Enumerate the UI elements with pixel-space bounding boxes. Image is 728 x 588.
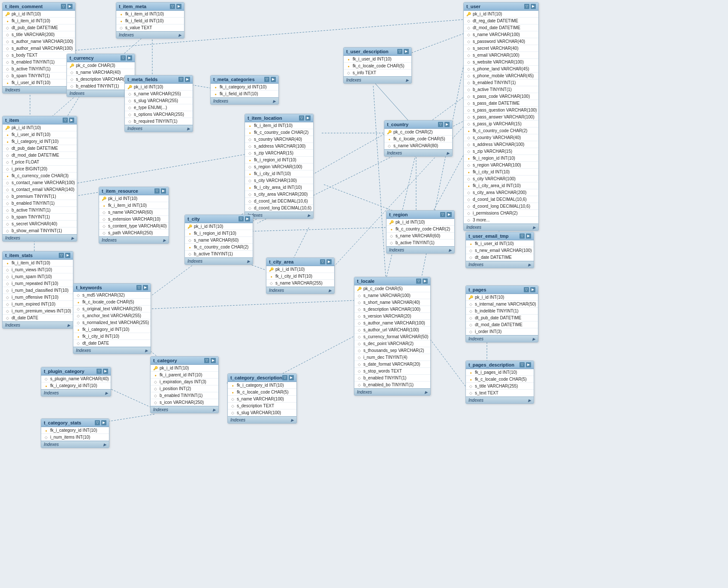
indexes-arrow-icon[interactable]: ▶ bbox=[425, 390, 428, 394]
table-t_category_stats[interactable]: t_category_stats▽▶⬥fk_i_category_id INT(… bbox=[41, 418, 109, 448]
expand-icon[interactable]: ▶ bbox=[143, 285, 148, 290]
indexes-row-t_item_stats[interactable]: Indexes▶ bbox=[3, 321, 73, 328]
filter-icon[interactable]: ▽ bbox=[63, 118, 68, 123]
indexes-row-t_city_area[interactable]: Indexes▶ bbox=[266, 287, 334, 294]
filter-icon[interactable]: ▽ bbox=[397, 49, 402, 54]
indexes-row-t_user_description[interactable]: Indexes▶ bbox=[344, 76, 411, 83]
table-t_plugin_category[interactable]: t_plugin_category▽▶◇s_plugin_name VARCHA… bbox=[41, 367, 111, 397]
table-header-t_keywords[interactable]: t_keywords▽▶ bbox=[73, 284, 151, 292]
indexes-arrow-icon[interactable]: ▶ bbox=[213, 408, 216, 412]
table-t_country[interactable]: t_country▽▶🔑pk_c_code CHAR(2)⬥fk_c_local… bbox=[384, 120, 453, 157]
table-header-t_category_description[interactable]: t_category_description▽▶ bbox=[228, 374, 296, 382]
filter-icon[interactable]: ▽ bbox=[239, 216, 244, 221]
table-t_city[interactable]: t_city▽▶🔑pk_i_id INT(10)⬥fk_i_region_id … bbox=[184, 215, 253, 265]
table-header-t_category[interactable]: t_category▽▶ bbox=[151, 357, 218, 365]
filter-icon[interactable]: ▽ bbox=[320, 259, 325, 264]
table-header-t_plugin_category[interactable]: t_plugin_category▽▶ bbox=[41, 367, 111, 376]
indexes-row-t_city[interactable]: Indexes▶ bbox=[185, 258, 253, 264]
indexes-arrow-icon[interactable]: ▶ bbox=[67, 323, 70, 327]
table-header-t_item[interactable]: t_item▽▶ bbox=[3, 116, 77, 124]
indexes-arrow-icon[interactable]: ▶ bbox=[528, 398, 531, 403]
expand-icon[interactable]: ▶ bbox=[531, 4, 536, 9]
filter-icon[interactable]: ▽ bbox=[178, 77, 184, 82]
table-header-t_item_stats[interactable]: t_item_stats▽▶ bbox=[3, 252, 73, 260]
table-t_keywords[interactable]: t_keywords▽▶◇s_md5 VARCHAR(32)⬥fk_c_loca… bbox=[73, 283, 151, 354]
indexes-arrow-icon[interactable]: ▶ bbox=[105, 391, 108, 395]
table-header-t_meta_fields[interactable]: t_meta_fields▽▶ bbox=[125, 76, 193, 84]
indexes-arrow-icon[interactable]: ▶ bbox=[103, 443, 106, 447]
indexes-row-t_item_location[interactable]: Indexes▶ bbox=[245, 212, 313, 218]
expand-icon[interactable]: ▶ bbox=[65, 253, 70, 258]
indexes-arrow-icon[interactable]: ▶ bbox=[247, 259, 250, 264]
table-header-t_category_stats[interactable]: t_category_stats▽▶ bbox=[41, 419, 109, 427]
indexes-arrow-icon[interactable]: ▶ bbox=[187, 127, 190, 131]
table-t_user_email_tmp[interactable]: t_user_email_tmp▽▶⬥fk_i_user_id INT(10)◇… bbox=[465, 232, 534, 268]
expand-icon[interactable]: ▶ bbox=[67, 4, 72, 9]
filter-icon[interactable]: ▽ bbox=[299, 115, 304, 121]
indexes-arrow-icon[interactable]: ▶ bbox=[291, 418, 294, 422]
expand-icon[interactable]: ▶ bbox=[185, 77, 190, 82]
indexes-arrow-icon[interactable]: ▶ bbox=[532, 337, 535, 341]
expand-icon[interactable]: ▶ bbox=[161, 188, 166, 194]
indexes-arrow-icon[interactable]: ▶ bbox=[163, 238, 166, 242]
table-t_item_meta[interactable]: t_item_meta▽▶⬥fk_i_item_id INT(10)⬥fk_i_… bbox=[116, 2, 184, 39]
indexes-row-t_country[interactable]: Indexes▶ bbox=[384, 149, 452, 156]
filter-icon[interactable]: ▽ bbox=[59, 253, 64, 258]
indexes-row-t_meta_fields[interactable]: Indexes▶ bbox=[125, 125, 193, 132]
table-header-t_locale[interactable]: t_locale▽▶ bbox=[354, 277, 430, 285]
indexes-arrow-icon[interactable]: ▶ bbox=[145, 349, 148, 353]
indexes-arrow-icon[interactable]: ▶ bbox=[447, 151, 450, 155]
expand-icon[interactable]: ▶ bbox=[127, 55, 132, 61]
table-t_item_stats[interactable]: t_item_stats▽▶⬥fk_i_item_id INT(10)◇i_nu… bbox=[2, 251, 73, 329]
table-t_item[interactable]: t_item▽▶🔑pk_i_id INT(10)⬥fk_i_user_id IN… bbox=[2, 116, 77, 242]
indexes-row-t_category_description[interactable]: Indexes▶ bbox=[228, 416, 296, 423]
indexes-row-t_meta_categories[interactable]: Indexes▶ bbox=[211, 97, 278, 104]
expand-icon[interactable]: ▶ bbox=[423, 279, 428, 284]
table-header-t_user[interactable]: t_user▽▶ bbox=[464, 3, 538, 11]
expand-icon[interactable]: ▶ bbox=[289, 375, 294, 380]
expand-icon[interactable]: ▶ bbox=[526, 362, 531, 367]
table-t_pages[interactable]: t_pages▽▶🔑pk_i_id INT(10)◇s_internal_nam… bbox=[465, 285, 538, 342]
indexes-row-t_plugin_category[interactable]: Indexes▶ bbox=[41, 389, 111, 396]
table-t_category_description[interactable]: t_category_description▽▶⬥fk_i_category_i… bbox=[227, 373, 297, 424]
table-header-t_city[interactable]: t_city▽▶ bbox=[185, 215, 253, 223]
table-t_category[interactable]: t_category▽▶🔑pk_i_id INT(10)⬥fk_i_parent… bbox=[150, 356, 219, 413]
indexes-row-t_pages[interactable]: Indexes▶ bbox=[466, 335, 538, 342]
indexes-row-t_user_email_tmp[interactable]: Indexes▶ bbox=[466, 261, 534, 268]
table-t_meta_categories[interactable]: t_meta_categories▽▶⬥fk_i_category_id INT… bbox=[210, 75, 279, 105]
filter-icon[interactable]: ▽ bbox=[264, 77, 269, 82]
table-t_city_area[interactable]: t_city_area▽▶🔑pk_i_id INT(10)⬥fk_i_city_… bbox=[266, 258, 335, 294]
expand-icon[interactable]: ▶ bbox=[69, 118, 74, 123]
expand-icon[interactable]: ▶ bbox=[211, 358, 216, 363]
indexes-row-t_pages_description[interactable]: Indexes▶ bbox=[466, 397, 534, 403]
expand-icon[interactable]: ▶ bbox=[271, 77, 276, 82]
indexes-arrow-icon[interactable]: ▶ bbox=[406, 78, 409, 82]
expand-icon[interactable]: ▶ bbox=[447, 212, 452, 217]
table-header-t_currency[interactable]: t_currency▽▶ bbox=[67, 54, 135, 62]
expand-icon[interactable]: ▶ bbox=[404, 49, 409, 54]
indexes-arrow-icon[interactable]: ▶ bbox=[71, 236, 74, 240]
indexes-row-t_category[interactable]: Indexes▶ bbox=[151, 406, 218, 413]
indexes-arrow-icon[interactable]: ▶ bbox=[178, 33, 181, 37]
table-t_item_comment[interactable]: t_item_comment▽▶🔑pk_i_id INT(10)⬥fk_i_it… bbox=[2, 2, 76, 94]
indexes-row-t_item_resource[interactable]: Indexes▶ bbox=[99, 236, 169, 243]
indexes-row-t_keywords[interactable]: Indexes▶ bbox=[73, 347, 151, 354]
indexes-row-t_locale[interactable]: Indexes▶ bbox=[354, 388, 430, 395]
filter-icon[interactable]: ▽ bbox=[95, 420, 100, 425]
table-header-t_country[interactable]: t_country▽▶ bbox=[384, 121, 452, 129]
table-t_user_description[interactable]: t_user_description▽▶⬥fk_i_user_id INT(10… bbox=[343, 47, 412, 84]
indexes-row-t_item_comment[interactable]: Indexes▶ bbox=[3, 86, 75, 93]
indexes-row-t_item[interactable]: Indexes▶ bbox=[3, 234, 77, 241]
expand-icon[interactable]: ▶ bbox=[305, 115, 311, 121]
expand-icon[interactable]: ▶ bbox=[326, 259, 332, 264]
table-header-t_user_email_tmp[interactable]: t_user_email_tmp▽▶ bbox=[466, 232, 534, 240]
table-t_region[interactable]: t_region▽▶🔑pk_i_id INT(10)⬥fk_c_country_… bbox=[386, 210, 455, 254]
filter-icon[interactable]: ▽ bbox=[416, 279, 421, 284]
filter-icon[interactable]: ▽ bbox=[524, 4, 529, 9]
filter-icon[interactable]: ▽ bbox=[136, 285, 142, 290]
filter-icon[interactable]: ▽ bbox=[438, 122, 443, 127]
table-t_meta_fields[interactable]: t_meta_fields▽▶🔑pk_i_id INT(10)◇s_name V… bbox=[124, 75, 193, 132]
table-header-t_item_comment[interactable]: t_item_comment▽▶ bbox=[3, 3, 75, 11]
indexes-arrow-icon[interactable]: ▶ bbox=[449, 248, 452, 252]
table-header-t_user_description[interactable]: t_user_description▽▶ bbox=[344, 48, 411, 56]
